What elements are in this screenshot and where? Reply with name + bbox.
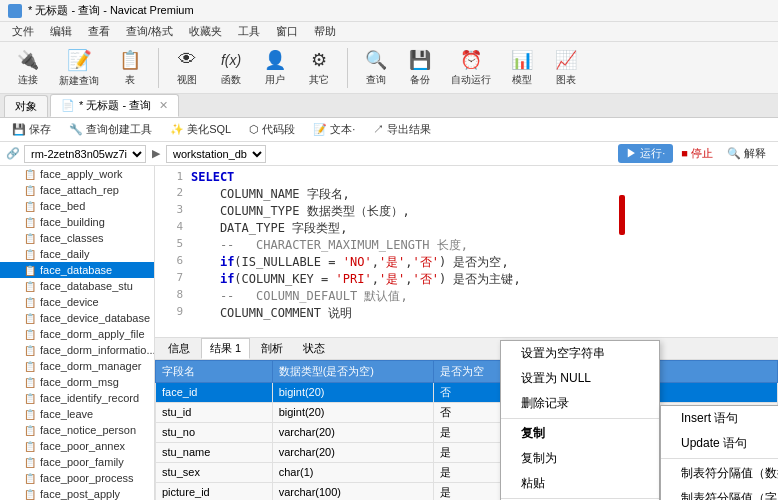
- ctx-set-empty-string-label: 设置为空字符串: [521, 345, 605, 362]
- sidebar-item-face-attach-rep[interactable]: 📋 face_attach_rep: [0, 182, 154, 198]
- cell-field: stu_no: [156, 422, 273, 442]
- ctx-sep2: [501, 498, 659, 499]
- ctx-copy-as[interactable]: 复制为: [501, 446, 659, 471]
- ctx-copy-label: 复制: [521, 425, 545, 442]
- ctx-set-null[interactable]: 设置为 NULL: [501, 366, 659, 391]
- col-header-field: 字段名: [156, 360, 273, 382]
- tab-query-label: * 无标题 - 查询: [79, 98, 151, 113]
- sidebar-item-face-poor-family[interactable]: 📋 face_poor_family: [0, 454, 154, 470]
- sidebar-item-label: face_bed: [40, 200, 85, 212]
- sidebar-item-face-bed[interactable]: 📋 face_bed: [0, 198, 154, 214]
- tab-query[interactable]: 📄 * 无标题 - 查询 ✕: [50, 94, 179, 117]
- menu-file[interactable]: 文件: [4, 22, 42, 41]
- function-button[interactable]: f(x) 函数: [211, 46, 251, 90]
- menu-edit[interactable]: 编辑: [42, 22, 80, 41]
- ctx-set-null-label: 设置为 NULL: [521, 370, 591, 387]
- ctx-copy[interactable]: 复制: [501, 421, 659, 446]
- sidebar-item-face-leave[interactable]: 📋 face_leave: [0, 406, 154, 422]
- sidebar-item-face-dorm-information[interactable]: 📋 face_dorm_informatio...: [0, 342, 154, 358]
- connect-label: 连接: [18, 73, 38, 87]
- sidebar-item-face-apply-work[interactable]: 📋 face_apply_work: [0, 166, 154, 182]
- run-button[interactable]: ▶ 运行·: [618, 144, 673, 163]
- ctx-paste[interactable]: 粘贴: [501, 471, 659, 496]
- sidebar-item-face-dorm-apply-file[interactable]: 📋 face_dorm_apply_file: [0, 326, 154, 342]
- sidebar-item-face-notice-person[interactable]: 📋 face_notice_person: [0, 422, 154, 438]
- menu-help[interactable]: 帮助: [306, 22, 344, 41]
- sidebar-item-face-database[interactable]: 📋 face_database: [0, 262, 154, 278]
- tab-objects-label: 对象: [15, 99, 37, 114]
- sidebar-item-face-classes[interactable]: 📋 face_classes: [0, 230, 154, 246]
- database-select[interactable]: workstation_db: [166, 145, 266, 163]
- new-query-icon: 📝: [67, 48, 91, 72]
- context-menu: 设置为空字符串 设置为 NULL 删除记录 复制 复制为 粘贴 显示 ▶: [500, 340, 660, 500]
- autorun-button[interactable]: ⏰ 自动运行: [444, 46, 498, 90]
- view-button[interactable]: 👁 视图: [167, 46, 207, 90]
- tab-profile[interactable]: 剖析: [252, 338, 292, 359]
- table-row[interactable]: face_id bigint(20) 否 是 ID: [156, 382, 778, 402]
- tab-result1[interactable]: 结果 1: [201, 338, 250, 359]
- view-icon: 👁: [175, 49, 199, 71]
- table-button[interactable]: 📋 表: [110, 46, 150, 90]
- toolbar-sep2: [347, 48, 348, 88]
- menu-bar: 文件 编辑 查看 查询/格式 收藏夹 工具 窗口 帮助: [0, 22, 778, 42]
- query-button[interactable]: 🔍 查询: [356, 46, 396, 90]
- chart-button[interactable]: 📈 图表: [546, 46, 586, 90]
- menu-view[interactable]: 查看: [80, 22, 118, 41]
- menu-favorites[interactable]: 收藏夹: [181, 22, 230, 41]
- user-button[interactable]: 👤 用户: [255, 46, 295, 90]
- tab-status[interactable]: 状态: [294, 338, 334, 359]
- sidebar-item-face-dorm-manager[interactable]: 📋 face_dorm_manager: [0, 358, 154, 374]
- connection-select[interactable]: rm-2zetn83n05wz7i: [24, 145, 146, 163]
- new-query-button[interactable]: 📝 新建查询: [52, 46, 106, 90]
- sidebar-item-face-dorm-msg[interactable]: 📋 face_dorm_msg: [0, 374, 154, 390]
- cell-type: varchar(100): [272, 482, 433, 500]
- code-snippet-button[interactable]: ⬡ 代码段: [243, 121, 301, 138]
- sidebar-item-face-post-apply[interactable]: 📋 face_post_apply: [0, 486, 154, 500]
- backup-button[interactable]: 💾 备份: [400, 46, 440, 90]
- sub-ctx-tab-field-names[interactable]: 制表符分隔值（字段名）: [661, 486, 778, 500]
- sidebar-item-face-poor-annex[interactable]: 📋 face_poor_annex: [0, 438, 154, 454]
- sidebar-item-label: face_daily: [40, 248, 90, 260]
- sidebar-item-face-device-database[interactable]: 📋 face_device_database: [0, 310, 154, 326]
- sidebar-item-face-device[interactable]: 📋 face_device: [0, 294, 154, 310]
- menu-query-format[interactable]: 查询/格式: [118, 22, 181, 41]
- sub-context-menu: Insert 语句 Update 语句 制表符分隔值（数据） 制表符分隔值（字段…: [660, 405, 778, 500]
- chart-icon: 📈: [554, 49, 578, 71]
- sub-ctx-update[interactable]: Update 语句: [661, 431, 778, 456]
- beautify-sql-button[interactable]: ✨ 美化SQL: [164, 121, 237, 138]
- code-line-5: 5 -- CHARACTER_MAXIMUM_LENGTH 长度,: [159, 237, 774, 254]
- sidebar-item-face-daily[interactable]: 📋 face_daily: [0, 246, 154, 262]
- other-button[interactable]: ⚙ 其它: [299, 46, 339, 90]
- title-text: * 无标题 - 查询 - Navicat Premium: [28, 3, 194, 18]
- explain-button[interactable]: 🔍 解释: [721, 145, 772, 162]
- menu-window[interactable]: 窗口: [268, 22, 306, 41]
- model-button[interactable]: 📊 模型: [502, 46, 542, 90]
- sidebar-item-face-identify-record[interactable]: 📋 face_identify_record: [0, 390, 154, 406]
- code-editor[interactable]: 1 SELECT 2 COLUMN_NAME 字段名, 3 COLUMN_TYP…: [155, 166, 778, 338]
- sidebar-item-label: face_post_apply: [40, 488, 120, 500]
- sidebar-item-face-database-stu[interactable]: 📋 face_database_stu: [0, 278, 154, 294]
- stop-button[interactable]: ■ 停止: [677, 144, 717, 163]
- query-builder-button[interactable]: 🔧 查询创建工具: [63, 121, 158, 138]
- connect-button[interactable]: 🔌 连接: [8, 46, 48, 90]
- ctx-set-empty-string[interactable]: 设置为空字符串: [501, 341, 659, 366]
- export-results-button[interactable]: ↗ 导出结果: [367, 121, 437, 138]
- title-bar: * 无标题 - 查询 - Navicat Premium: [0, 0, 778, 22]
- sub-ctx-tab-data-label: 制表符分隔值（数据）: [681, 466, 778, 480]
- connection-icon: 🔗: [6, 147, 20, 160]
- tab-info[interactable]: 信息: [159, 338, 199, 359]
- sidebar-item-face-building[interactable]: 📋 face_building: [0, 214, 154, 230]
- user-label: 用户: [265, 73, 285, 87]
- tab-close-icon[interactable]: ✕: [159, 99, 168, 112]
- text-button[interactable]: 📝 文本·: [307, 121, 361, 138]
- sidebar-item-face-poor-process[interactable]: 📋 face_poor_process: [0, 470, 154, 486]
- menu-tools[interactable]: 工具: [230, 22, 268, 41]
- sidebar-item-label: face_database: [40, 264, 112, 276]
- sub-ctx-tab-data[interactable]: 制表符分隔值（数据）: [661, 461, 778, 486]
- save-button[interactable]: 💾 保存: [6, 121, 57, 138]
- table-icon: 📋: [24, 313, 36, 324]
- table-icon: 📋: [24, 345, 36, 356]
- ctx-delete-record[interactable]: 删除记录: [501, 391, 659, 416]
- sub-ctx-insert[interactable]: Insert 语句: [661, 406, 778, 431]
- tab-objects[interactable]: 对象: [4, 95, 48, 117]
